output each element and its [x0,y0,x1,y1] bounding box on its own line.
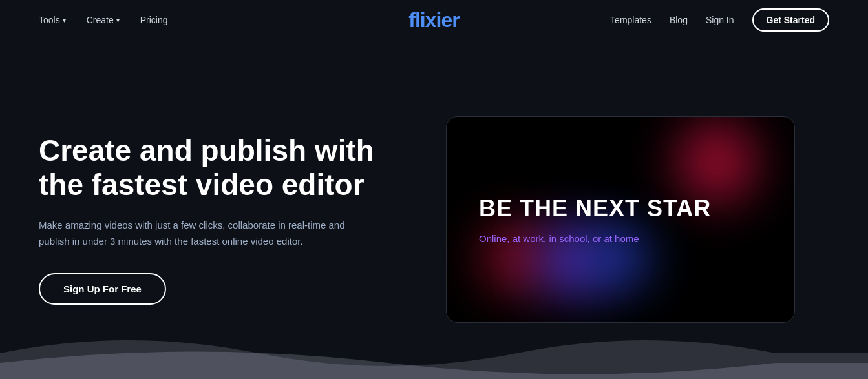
chevron-down-icon: ▾ [116,17,120,24]
nav-pricing-label: Pricing [140,15,168,25]
hero-subtitle: Make amazing videos with just a few clic… [39,218,355,250]
wave-decoration [0,327,868,379]
hero-text-block: Create and publish with the fastest vide… [39,134,394,304]
navbar: Tools ▾ Create ▾ Pricing flixier Templat… [0,0,868,40]
logo[interactable]: flixier [408,8,459,32]
subtitle-after: , or at home [587,233,639,244]
nav-tools[interactable]: Tools ▾ [39,15,66,25]
nav-right: Templates Blog Sign In Get Started [610,8,829,32]
hero-title: Create and publish with the fastest vide… [39,134,394,202]
subtitle-highlight: in school [549,233,587,244]
get-started-button[interactable]: Get Started [752,8,829,32]
nav-templates[interactable]: Templates [610,15,651,25]
nav-pricing[interactable]: Pricing [140,15,168,25]
video-card-subtitle: Online, at work, in school, or at home [479,233,639,244]
nav-left: Tools ▾ Create ▾ Pricing [39,15,168,25]
nav-blog[interactable]: Blog [670,15,688,25]
nav-signin[interactable]: Sign In [706,15,734,25]
video-card-title: BE THE NEXT STAR [479,194,711,222]
video-card-content: BE THE NEXT STAR Online, at work, in sch… [447,117,794,322]
nav-tools-label: Tools [39,15,60,25]
nav-create-label: Create [87,15,114,25]
chevron-down-icon: ▾ [63,17,66,24]
signup-button[interactable]: Sign Up For Free [39,273,166,305]
video-preview-card: BE THE NEXT STAR Online, at work, in sch… [446,116,795,323]
nav-create[interactable]: Create ▾ [87,15,120,25]
subtitle-before: Online, at work, [479,233,549,244]
